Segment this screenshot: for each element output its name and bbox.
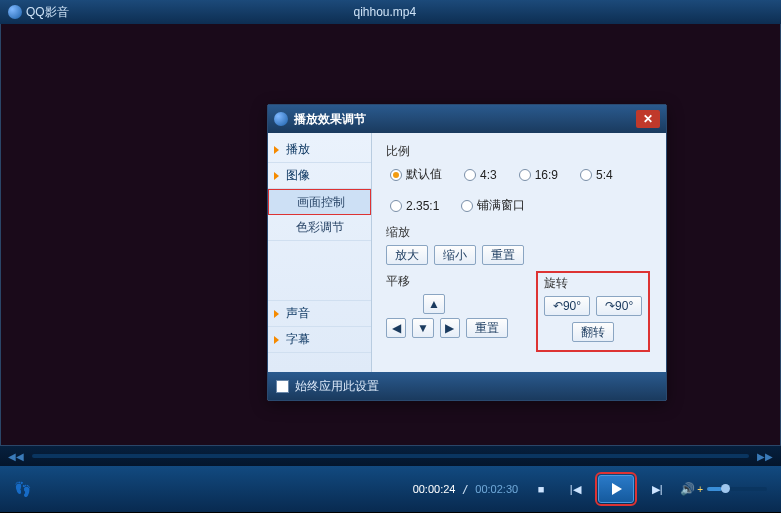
playback-effect-dialog: 播放效果调节 ✕ 播放 图像 画面控制 色彩调节 声音 字幕 比例 默认值 4:… bbox=[267, 104, 667, 401]
tab-image[interactable]: 图像 bbox=[268, 163, 371, 189]
panel-frame-control: 比例 默认值 4:3 16:9 5:4 2.35:1 铺满窗口 缩放 放大 缩小 bbox=[372, 133, 666, 372]
pan-right-button[interactable]: ▶ bbox=[440, 318, 460, 338]
tab-subtitle[interactable]: 字幕 bbox=[268, 327, 371, 353]
progress-bar: ◀◀ ▶▶ bbox=[0, 446, 781, 466]
ratio-default[interactable]: 默认值 bbox=[390, 166, 442, 183]
volume-icon[interactable]: 🔊 bbox=[680, 482, 695, 496]
dialog-title: 播放效果调节 bbox=[294, 111, 366, 128]
dialog-title-bar[interactable]: 播放效果调节 ✕ bbox=[268, 105, 666, 133]
play-button[interactable] bbox=[598, 475, 634, 503]
seek-back-icon[interactable]: ◀◀ bbox=[8, 451, 24, 462]
flip-button[interactable]: 翻转 bbox=[572, 322, 614, 342]
prev-button[interactable]: |◀ bbox=[564, 478, 586, 500]
zoom-reset-button[interactable]: 重置 bbox=[482, 245, 524, 265]
footstep-icon[interactable]: 👣 bbox=[14, 481, 31, 497]
file-name: qihhou.mp4 bbox=[69, 5, 701, 19]
tab-frame-control[interactable]: 画面控制 bbox=[268, 189, 371, 215]
app-logo-icon bbox=[8, 5, 22, 19]
next-button[interactable]: ▶| bbox=[646, 478, 668, 500]
tab-sound[interactable]: 声音 bbox=[268, 301, 371, 327]
play-icon bbox=[612, 483, 622, 495]
ratio-5-4[interactable]: 5:4 bbox=[580, 166, 613, 183]
pan-left-button[interactable]: ◀ bbox=[386, 318, 406, 338]
tab-color-adjust[interactable]: 色彩调节 bbox=[268, 215, 371, 241]
app-name: QQ影音 bbox=[26, 4, 69, 21]
ratio-fill[interactable]: 铺满窗口 bbox=[461, 197, 525, 214]
zoom-out-button[interactable]: 缩小 bbox=[434, 245, 476, 265]
dialog-tabs: 播放 图像 画面控制 色彩调节 声音 字幕 bbox=[268, 133, 372, 372]
stop-button[interactable]: ■ bbox=[530, 478, 552, 500]
ratio-2-35-1[interactable]: 2.35:1 bbox=[390, 197, 439, 214]
close-button[interactable]: ✕ bbox=[636, 110, 660, 128]
dialog-footer: 始终应用此设置 bbox=[268, 372, 666, 400]
rotate-label: 旋转 bbox=[544, 275, 642, 292]
pan-reset-button[interactable]: 重置 bbox=[466, 318, 508, 338]
pan-down-button[interactable]: ▼ bbox=[412, 318, 434, 338]
pan-up-button[interactable]: ▲ bbox=[423, 294, 445, 314]
title-bar: QQ影音 qihhou.mp4 bbox=[0, 0, 781, 24]
rotate-left-button[interactable]: ↶90° bbox=[544, 296, 590, 316]
seek-fwd-icon[interactable]: ▶▶ bbox=[757, 451, 773, 462]
playback-time: 00:00:24 / 00:02:30 bbox=[413, 483, 519, 496]
pan-label: 平移 bbox=[386, 273, 508, 290]
rotate-right-button[interactable]: ↷90° bbox=[596, 296, 642, 316]
ratio-16-9[interactable]: 16:9 bbox=[519, 166, 558, 183]
ratio-label: 比例 bbox=[386, 143, 652, 160]
control-bar: 👣 00:00:24 / 00:02:30 ■ |◀ ▶| 🔊+ bbox=[0, 466, 781, 512]
tab-play[interactable]: 播放 bbox=[268, 137, 371, 163]
progress-track[interactable] bbox=[32, 454, 749, 458]
volume-slider[interactable] bbox=[707, 487, 767, 491]
dialog-icon bbox=[274, 112, 288, 126]
always-apply-label: 始终应用此设置 bbox=[295, 378, 379, 395]
zoom-label: 缩放 bbox=[386, 224, 652, 241]
zoom-in-button[interactable]: 放大 bbox=[386, 245, 428, 265]
video-area[interactable]: 播放效果调节 ✕ 播放 图像 画面控制 色彩调节 声音 字幕 比例 默认值 4:… bbox=[0, 24, 781, 446]
ratio-4-3[interactable]: 4:3 bbox=[464, 166, 497, 183]
always-apply-checkbox[interactable] bbox=[276, 380, 289, 393]
